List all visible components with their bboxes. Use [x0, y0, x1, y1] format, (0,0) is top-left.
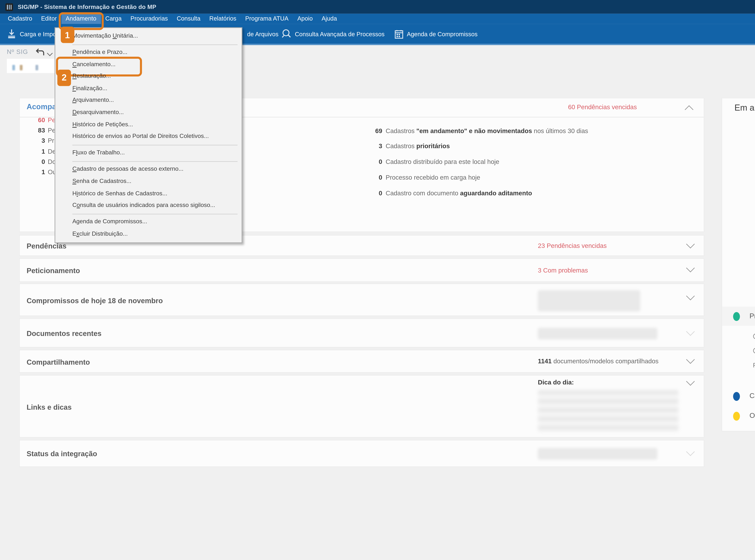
calendar-icon — [394, 29, 404, 39]
row-compromissos[interactable]: Compromissos de hoje 18 de novembro — [19, 283, 705, 316]
expand-chevron-icon[interactable] — [686, 240, 695, 248]
em-andamento-panel: Em andamento 269 Processos Judiciais (57… — [721, 98, 755, 432]
menu-bar: CadastroEditorAndamento1CargaProcuradori… — [0, 14, 755, 24]
menu-item-cancelamento[interactable]: Cancelamento...2 — [55, 58, 242, 71]
menu-item-cadastro-de-pessoas-de-acesso-externo[interactable]: Cadastro de pessoas de acesso externo... — [55, 163, 242, 176]
expand-chevron-icon[interactable] — [686, 447, 695, 456]
menu-separator — [55, 143, 242, 147]
legend-row-processos-judiciais[interactable]: Processos Judiciais (57) — [722, 307, 755, 326]
toolbar-item-label: Agenda de Compromissos — [407, 31, 477, 37]
menu-item-finaliza-o[interactable]: Finalização... — [55, 82, 242, 95]
menubar-item-apoio[interactable]: Apoio — [293, 14, 317, 24]
menubar-item-editor[interactable]: Editor — [37, 14, 61, 24]
menu-item-fluxo-de-trabalho[interactable]: Fluxo de Trabalho... — [55, 147, 242, 159]
menu-item-pend-ncia-e-prazo[interactable]: Pendência e Prazo... — [55, 46, 242, 59]
toolbar-item-consulta-avan-ada-de-processos[interactable]: Consulta Avançada de Processos — [281, 24, 384, 44]
legend-label: Outros Cadastros (34) — [750, 412, 755, 419]
expand-chevron-icon[interactable] — [686, 327, 695, 336]
andamento-dropdown-menu: Movimentação Unitária...Pendência e Praz… — [55, 27, 242, 243]
menubar-item-ajuda[interactable]: Ajuda — [317, 14, 341, 24]
expand-chevron-icon[interactable] — [686, 264, 695, 272]
row-peticionamento[interactable]: Peticionamento 3 Com problemas — [19, 258, 705, 282]
row-label: Pendências — [26, 242, 66, 250]
legend-dot-icon — [733, 412, 740, 421]
toolbar-item-carga-e-impo[interactable]: Carga e Impo — [7, 24, 56, 44]
menu-item-movimenta-o-unit-ria[interactable]: Movimentação Unitária... — [55, 30, 242, 42]
row-label: Peticionamento — [26, 266, 80, 275]
toolbar-item-label: Carga e Impo — [20, 31, 56, 37]
summary-center-stat[interactable]: 0Cadastro com documento aguardando adita… — [369, 190, 532, 197]
summary-center-stat[interactable]: 0Processo recebido em carga hoje — [369, 174, 480, 181]
row-label: Compromissos de hoje 18 de novembro — [26, 296, 163, 304]
menu-item-restaura-o[interactable]: Restauração... — [55, 71, 242, 83]
summary-left-stat[interactable]: 60Pe — [25, 117, 56, 124]
toolbar-item-agenda-de-compromissos[interactable]: Agenda de Compromissos — [394, 24, 477, 44]
row-documentos[interactable]: Documentos recentes — [19, 318, 705, 347]
summary-center-stat[interactable]: 3Cadastros prioritários — [369, 143, 450, 149]
toolbar-item-label: Consulta Avançada de Processos — [295, 31, 385, 37]
menubar-item-programa-atua[interactable]: Programa ATUA — [241, 14, 293, 24]
menubar-item-cadastro[interactable]: Cadastro — [3, 14, 37, 24]
summary-center-stat[interactable]: 69Cadastros "em andamento" e não movimen… — [369, 128, 588, 135]
legend-label: Cadastros Extrajudiciais (178) — [750, 392, 755, 400]
menubar-item-carga[interactable]: Carga — [101, 14, 126, 24]
legend-row-cadastros-extrajudiciais[interactable]: Cadastros Extrajudiciais (178) — [722, 386, 755, 406]
row-value: 23 Pendências vencidas — [538, 242, 607, 249]
search-doc-icon — [281, 29, 291, 39]
menu-item-hist-rico-de-envios-ao-portal-de-direitos-coletivos[interactable]: Histórico de envios ao Portal de Direito… — [55, 131, 242, 143]
redacted-content — [538, 448, 657, 460]
menu-item-consulta-de-usu-rios-indicados-para-acesso-sigiloso[interactable]: Consulta de usuários indicados para aces… — [55, 200, 242, 212]
expand-chevron-icon[interactable] — [686, 292, 695, 300]
menu-item-desarquivamento[interactable]: Desarquivamento... — [55, 106, 242, 119]
menu-separator — [55, 212, 242, 216]
legend-subitem[interactable]: Intimações aguardando recebimento (0) — [753, 333, 755, 341]
legend-dot-icon — [733, 312, 740, 321]
collapse-chevron-icon[interactable] — [685, 105, 694, 114]
download-icon — [7, 29, 16, 39]
menu-item-arquivamento[interactable]: Arquivamento... — [55, 95, 242, 107]
expand-chevron-icon[interactable] — [686, 355, 695, 364]
legend-dot-icon — [733, 392, 740, 401]
menubar-item-andamento[interactable]: Andamento1 — [61, 14, 101, 24]
row-value: 1141 documentos/modelos compartilhados — [538, 358, 658, 365]
summary-left-stat[interactable]: 3Pr — [25, 137, 54, 144]
redacted-speck — [36, 65, 38, 70]
row-status[interactable]: Status da integração — [19, 440, 705, 467]
toolbar-item-label: de Arquivos — [247, 31, 279, 37]
summary-left-stat[interactable]: 1Ou — [25, 169, 56, 176]
summary-left-stat[interactable]: 0Do — [25, 158, 56, 165]
legend-row-outros-cadastros[interactable]: Outros Cadastros (34) — [722, 406, 755, 425]
menu-item-senha-de-cadastros[interactable]: Senha de Cadastros... — [55, 176, 242, 187]
row-label: Documentos recentes — [26, 329, 101, 337]
redacted-speck — [20, 65, 22, 70]
menu-item-agenda-de-compromissos[interactable]: Agenda de Compromissos... — [55, 216, 242, 228]
menubar-item-relatórios[interactable]: Relatórios — [205, 14, 241, 24]
menubar-item-consulta[interactable]: Consulta — [172, 14, 205, 24]
row-compartilhamento[interactable]: Compartilhamento 1141 documentos/modelos… — [19, 349, 705, 373]
menu-separator — [55, 42, 242, 46]
expand-chevron-icon[interactable] — [686, 377, 695, 386]
title-bar: SIG/MP - Sistema de Informação e Gestão … — [0, 0, 755, 14]
toolbar-item-de-arquivos[interactable]: de Arquivos — [247, 24, 279, 44]
summary-left-stat[interactable]: 83Pe — [25, 127, 56, 134]
legend-subitem[interactable]: Processo Judicial (37) — [753, 362, 755, 369]
row-links[interactable]: Links e dicas Dica do dia: — [19, 375, 705, 438]
summary-left-stat[interactable]: 1De — [25, 148, 56, 155]
chevron-down-icon[interactable] — [47, 50, 53, 56]
annotation-badge-1: 1 — [61, 26, 74, 43]
summary-alert: 60 Pendências vencidas — [470, 104, 637, 111]
annotation-badge-2: 2 — [57, 69, 71, 86]
clock-icon — [753, 333, 755, 341]
window-title: SIG/MP - Sistema de Informação e Gestão … — [18, 3, 157, 10]
app-icon — [5, 3, 13, 11]
legend-label: Processos Judiciais (57) — [750, 312, 755, 320]
menu-item-hist-rico-de-peti-es[interactable]: Histórico de Petições... — [55, 119, 242, 131]
menu-item-hist-rico-de-senhas-de-cadastros[interactable]: Histórico de Senhas de Cadastros... — [55, 187, 242, 200]
summary-center-stat[interactable]: 0Cadastro distribuído para este local ho… — [369, 158, 499, 165]
menu-item-excluir-distribui-o[interactable]: Excluir Distribuição... — [55, 228, 242, 240]
menubar-item-procuradorias[interactable]: Procuradorias — [126, 14, 172, 24]
legend-subitem[interactable]: Avisos aguardando recebimento (20) — [753, 347, 755, 355]
row-label: Status da integração — [26, 449, 97, 457]
redacted-content — [538, 328, 657, 339]
undo-icon[interactable] — [36, 47, 45, 56]
